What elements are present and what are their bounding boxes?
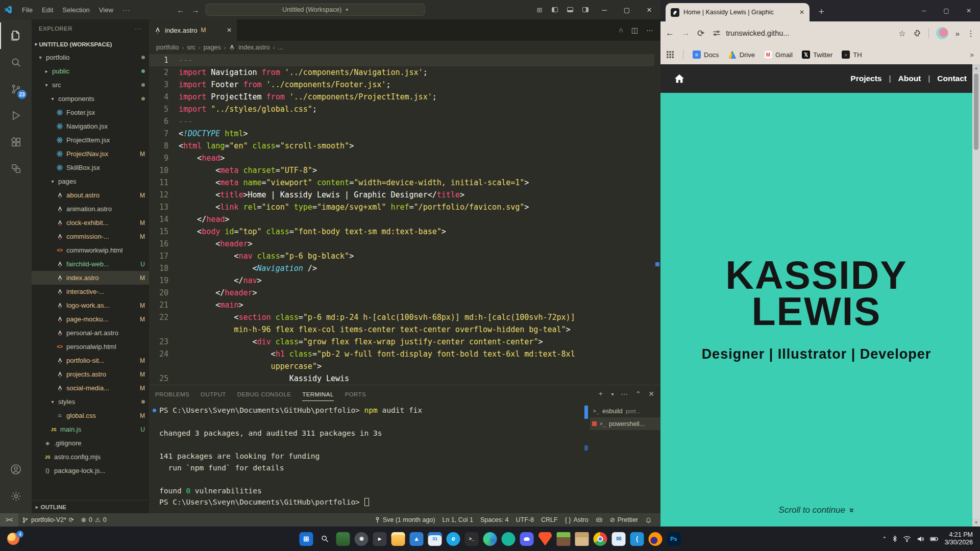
settings-gear-icon[interactable] [0,483,32,509]
browser-close-button[interactable]: ✕ [958,0,980,21]
taskbar-vscode-icon[interactable]: ⟨ [630,532,644,546]
customize-layout-icon[interactable]: ⊞ [532,6,547,14]
taskbar-minecraft-launcher-icon[interactable] [336,532,350,546]
file-tree-item-global-css[interactable]: ≈global.cssM [32,409,149,422]
cursor-position-status[interactable]: Ln 1, Col 1 [438,513,476,527]
volume-icon[interactable] [917,536,924,542]
file-tree-item-projects-astro[interactable]: projects.astroM [32,367,149,381]
home-icon[interactable] [674,73,685,84]
bookmark-docs[interactable]: ≡Docs [693,51,719,59]
overflow-chevrons-icon[interactable]: » [955,29,960,38]
taskbar-spotify-icon[interactable] [502,532,516,546]
file-tree-item-skillbox-jsx[interactable]: SkillBox.jsx [32,161,149,174]
file-tree-item-pages[interactable]: ▾pages [32,174,149,188]
notifications-bell-icon[interactable] [642,513,655,527]
history-back-icon[interactable]: ← [176,6,185,14]
sync-icon[interactable]: ⟳ [69,516,74,523]
terminal-dropdown-icon[interactable]: ▾ [611,391,614,397]
taskbar-mail-icon[interactable]: ✉ [612,532,626,546]
maximize-button[interactable]: ▢ [616,0,638,19]
file-tree-item-footer-jsx[interactable]: Footer.jsx [32,106,149,119]
panel-tab-debug-console[interactable]: DEBUG CONSOLE [237,387,291,401]
file-tree-item-commworkwip-html[interactable]: <>commworkwip.html [32,243,149,257]
tray-chevron-icon[interactable]: ⌃ [882,536,887,542]
browser-maximize-button[interactable]: ▢ [935,0,958,21]
taskbar-minecraft-icon[interactable] [557,532,571,546]
language-mode-status[interactable]: { } Astro [561,513,592,527]
taskbar-steam-icon[interactable] [355,532,369,546]
file-tree-item-portfolio[interactable]: ▾portfolio [32,51,149,64]
panel-more-icon[interactable]: ⋯ [621,390,628,398]
source-control-icon[interactable]: 23 [0,76,32,102]
taskbar-firefox-icon[interactable] [649,532,663,546]
extensions-puzzle-icon[interactable] [913,29,921,37]
taskbar-photoshop-icon[interactable]: Ps [667,532,681,546]
panel-tab-terminal[interactable]: TERMINAL [302,387,333,401]
file-tree-item-animation-astro[interactable]: animation.astro [32,202,149,216]
breadcrumb-item[interactable]: index.astro [238,44,270,51]
menu-item-view[interactable]: View [94,6,118,14]
taskbar-internet-explorer-icon[interactable]: e [447,532,460,546]
site-nav-contact[interactable]: Contact [937,74,967,83]
copilot-icon[interactable] [592,513,606,527]
remote-indicator[interactable]: >< [0,513,18,527]
menu-item-file[interactable]: File [17,6,37,14]
maximize-panel-icon[interactable]: ⌃ [635,390,642,398]
breadcrumb-item[interactable]: src [187,44,195,51]
battery-icon[interactable] [930,536,939,542]
taskbar-windows-icon[interactable]: ⊞ [300,532,313,546]
scroll-down-arrow[interactable]: ▼ [972,519,980,527]
taskbar-file-explorer-icon[interactable] [391,532,405,546]
bookmark-th[interactable]: ⌂TH [842,51,862,59]
address-bar[interactable]: trunswicked.githu... [713,29,891,37]
bookmark-twitter[interactable]: 𝕏Twitter [802,51,832,59]
file-tree-item-about-astro[interactable]: about.astroM [32,188,149,202]
terminal-scrollbar[interactable] [583,403,590,513]
breadcrumb-item[interactable]: pages [204,44,221,51]
browser-minimize-button[interactable]: ─ [913,0,935,21]
apps-grid-icon[interactable] [667,51,674,58]
explorer-icon[interactable] [0,22,32,49]
widgets-button[interactable]: 4 [7,533,19,545]
file-tree-item-page-mocku-[interactable]: page-mocku...M [32,312,149,326]
file-tree-item-projectitem-jsx[interactable]: ProjectItem.jsx [32,133,149,147]
encoding-status[interactable]: UTF-8 [512,513,537,527]
file-tree-item-navigation-jsx[interactable]: Navigation.jsx [32,119,149,133]
file-tree-item-clock-exhibit-[interactable]: clock-exhibit...M [32,216,149,230]
page-scrollbar[interactable]: ▲ ▼ [972,64,980,527]
indentation-status[interactable]: Spaces: 4 [477,513,512,527]
file-tree-item-fairchild-web-[interactable]: fairchild-web...U [32,257,149,271]
taskbar-edge-icon[interactable] [483,532,497,546]
git-branch-status[interactable]: portfolio-V2* ⟳ [18,513,78,527]
terminal-output[interactable]: PS C:\Users\Sveyn\Documents\GitHub\portf… [149,403,583,513]
file-tree-item-public[interactable]: ▸public [32,64,149,78]
tab-close-icon[interactable]: ✕ [227,27,232,34]
file-tree-item-personal-art-astro[interactable]: personal-art.astro [32,326,149,340]
minimize-button[interactable]: ─ [593,0,616,19]
bookmark-star-icon[interactable]: ☆ [898,29,905,38]
eol-status[interactable]: CRLF [537,513,561,527]
toggle-sidebar-icon[interactable] [547,6,562,14]
explorer-more-actions[interactable]: ··· [135,26,142,32]
file-tree-item-logo-work-as-[interactable]: logo-work.as...M [32,298,149,312]
terminal-instance-powershell[interactable]: >_powershell... [590,417,660,430]
file-tree-item-personalwip-html[interactable]: <>personalwip.html [32,340,149,354]
new-terminal-icon[interactable]: ＋ [597,389,604,398]
site-nav-about[interactable]: About [898,74,921,83]
close-panel-icon[interactable]: ✕ [648,390,654,398]
file-tree-item-projectnav-jsx[interactable]: ProjectNav.jsxM [32,147,149,161]
panel-tab-problems[interactable]: PROBLEMS [155,387,189,401]
split-editor-icon[interactable]: ◫ [631,26,638,34]
profile-avatar[interactable] [936,27,948,39]
browser-tab[interactable]: Home | Kassidy Lewis | Graphic ✕ [666,3,810,21]
file-tree-item-src[interactable]: ▾src [32,78,149,92]
browser-menu-icon[interactable]: ⋮ [967,29,975,38]
taskbar-brave-icon[interactable] [538,532,552,546]
clock[interactable]: 4:21 PM 3/30/2026 [944,531,973,546]
file-tree-item-components[interactable]: ▾components [32,92,149,106]
menu-more[interactable]: ··· [118,6,135,14]
file-tree-item-social-media-[interactable]: social-media...M [32,381,149,395]
taskbar-terminal-icon[interactable]: >_ [465,532,479,546]
file-tree-item-index-astro[interactable]: index.astroM [32,271,149,285]
editor-more-actions-icon[interactable]: ⋯ [646,26,653,34]
